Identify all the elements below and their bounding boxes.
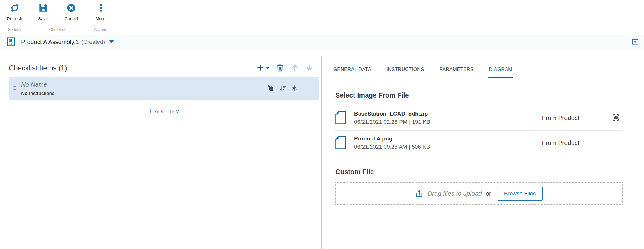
save-button[interactable]: Save bbox=[30, 3, 56, 26]
file-row-product-a[interactable]: Product A.png 06/21/2021 09:26 AM | 506 … bbox=[335, 130, 623, 155]
image-focus-icon bbox=[612, 114, 620, 122]
manual-hand-icon bbox=[267, 84, 275, 93]
cancel-button-label: Cancel bbox=[65, 16, 78, 21]
move-down-button[interactable] bbox=[305, 63, 314, 73]
ribbon-group-label-actions: Actions bbox=[85, 26, 116, 35]
file-meta: 06/21/2021 02:28 PM | 191 KB bbox=[354, 119, 512, 125]
required-asterisk-icon bbox=[291, 85, 298, 93]
plus-icon: + bbox=[148, 107, 152, 115]
file-name: Product A.png bbox=[354, 135, 512, 142]
checklist-toolbar bbox=[256, 63, 319, 73]
arrow-down-icon bbox=[305, 63, 314, 73]
plus-icon bbox=[256, 63, 265, 73]
detail-panel: GENERAL DATA INSTRUCTIONS PARAMETERS DIA… bbox=[322, 49, 644, 249]
ribbon-group-label-general: General bbox=[0, 26, 29, 35]
save-icon bbox=[38, 3, 48, 13]
file-source: From Product bbox=[512, 139, 609, 146]
drag-files-label: Drag files to upload bbox=[428, 190, 482, 197]
ribbon-toolbar: Refresh General Save bbox=[0, 0, 644, 35]
title-dropdown[interactable]: Product A Assembly.1 (Created) bbox=[21, 38, 114, 45]
file-meta: 06/21/2021 09:26 AM | 506 KB bbox=[354, 144, 512, 150]
refresh-icon bbox=[10, 3, 19, 13]
more-icon bbox=[96, 3, 105, 13]
checklist-item-text: No Name No Instructions bbox=[21, 81, 267, 96]
ribbon-group-general: Refresh General bbox=[0, 0, 29, 35]
checklist-item-row[interactable]: No Name No Instructions bbox=[9, 77, 319, 100]
refresh-button[interactable]: Refresh bbox=[2, 3, 28, 26]
tab-bar: GENERAL DATA INSTRUCTIONS PARAMETERS DIA… bbox=[333, 67, 634, 77]
add-item-row: + ADD ITEM bbox=[9, 100, 319, 123]
page-title: Product A Assembly.1 bbox=[21, 38, 79, 45]
move-up-button[interactable] bbox=[290, 63, 299, 73]
file-row-basestation[interactable]: BaseStation_ECAD_odb.zip 06/21/2021 02:2… bbox=[335, 105, 623, 130]
chevron-down-icon bbox=[266, 66, 269, 70]
file-source: From Product bbox=[512, 114, 609, 121]
file-name: BaseStation_ECAD_odb.zip bbox=[354, 111, 512, 117]
tab-instructions[interactable]: INSTRUCTIONS bbox=[386, 67, 425, 78]
add-item-dropdown-button[interactable] bbox=[256, 63, 269, 73]
open-in-window-icon bbox=[631, 38, 639, 46]
tab-general-data[interactable]: GENERAL DATA bbox=[333, 67, 372, 78]
ribbon-group-label-checklist: Checklist bbox=[29, 26, 85, 35]
custom-file-heading: Custom File bbox=[335, 168, 623, 176]
sort-order-icon bbox=[279, 84, 286, 93]
checklist-panel: Checklist Items (1) bbox=[0, 49, 322, 249]
checklist-items-title: Checklist Items (1) bbox=[9, 64, 67, 72]
checklist-icon bbox=[7, 37, 15, 46]
add-item-button[interactable]: + ADD ITEM bbox=[148, 108, 180, 115]
file-info: BaseStation_ECAD_odb.zip 06/21/2021 02:2… bbox=[354, 111, 512, 125]
more-button-label: More bbox=[95, 16, 105, 21]
cancel-button[interactable]: Cancel bbox=[58, 3, 84, 26]
preview-image-button[interactable] bbox=[612, 114, 620, 122]
ribbon-group-actions: More Actions bbox=[85, 0, 116, 35]
file-icon bbox=[335, 136, 354, 150]
drag-handle-icon[interactable] bbox=[12, 86, 18, 91]
refresh-button-label: Refresh bbox=[7, 16, 22, 21]
title-status: (Created) bbox=[82, 39, 105, 45]
item-name: No Name bbox=[21, 81, 267, 88]
save-button-label: Save bbox=[38, 16, 48, 21]
item-instructions: No Instructions bbox=[21, 91, 267, 96]
add-item-label: ADD ITEM bbox=[155, 109, 180, 115]
open-in-window-button[interactable] bbox=[631, 38, 639, 46]
tab-diagram[interactable]: DIAGRAM bbox=[488, 67, 513, 78]
delete-item-button[interactable] bbox=[276, 64, 284, 73]
main-content: Checklist Items (1) bbox=[0, 49, 644, 249]
upload-icon bbox=[415, 189, 423, 198]
ribbon-group-checklist: Save Cancel Checklist bbox=[29, 0, 85, 35]
arrow-up-icon bbox=[290, 63, 299, 73]
checklist-header: Checklist Items (1) bbox=[9, 61, 319, 75]
file-icon bbox=[335, 111, 354, 125]
chevron-down-icon bbox=[109, 40, 114, 43]
more-button[interactable]: More bbox=[88, 3, 114, 26]
title-bar: Product A Assembly.1 (Created) bbox=[0, 35, 644, 49]
tab-parameters[interactable]: PARAMETERS bbox=[439, 67, 474, 78]
file-info: Product A.png 06/21/2021 09:26 AM | 506 … bbox=[354, 135, 512, 150]
item-badges bbox=[267, 84, 319, 93]
trash-icon bbox=[276, 64, 284, 73]
select-image-heading: Select Image From File bbox=[335, 92, 623, 99]
file-list: BaseStation_ECAD_odb.zip 06/21/2021 02:2… bbox=[335, 105, 623, 155]
cancel-icon bbox=[67, 3, 76, 13]
file-drop-zone[interactable]: Drag files to upload or Browse Files bbox=[335, 182, 623, 205]
browse-files-button[interactable]: Browse Files bbox=[497, 187, 543, 201]
or-label: or bbox=[486, 190, 491, 197]
